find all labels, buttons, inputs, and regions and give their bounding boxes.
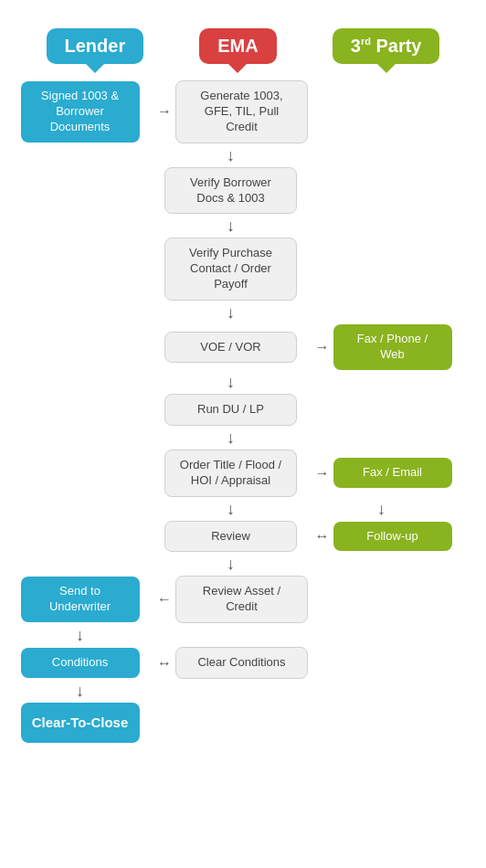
ema-step7-box: Review [164,521,297,553]
ema-step9-box: Clear Conditions [175,647,308,679]
v-arrow-4: ↓ [0,370,486,394]
ema-step3-box: Verify Purchase Contact / Order Payoff [164,238,297,301]
down-arrow-5: ↓ [227,429,235,446]
ema-step5-label: Run DU / LP [197,402,264,416]
v-arrow-8: ↓ [0,623,486,647]
3p-step4-box: Fax / Phone / Web [333,324,452,370]
v-arrow-3: ↓ [0,301,486,324]
step-0-row: Signed 1003 & Borrower Documents → Gener… [0,80,486,143]
lender-start-area: Signed 1003 & Borrower Documents [9,81,151,143]
ema-step8-label: Review Asset / Credit [203,584,280,613]
down-arrow-2: ↓ [227,217,235,234]
ema-step2-label: Verify Borrower Docs & 1003 [190,175,271,205]
step-2-row: Verify Borrower Docs & 1003 [0,167,486,215]
3p-step6-label: Fax / Email [363,465,422,479]
ema-step4-box: VOE / VOR [164,332,297,364]
3p-step4-label: Fax / Phone / Web [357,332,428,361]
ema-step6-label: Order Title / Flood / HOI / Appraisal [180,458,281,487]
ema-to-3p-arrow-step7: ↔ [312,528,333,545]
ema-step3-label: Verify Purchase Contact / Order Payoff [189,246,272,291]
step-6-row: Order Title / Flood / HOI / Appraisal → … [0,450,486,497]
down-arrow-7: ↓ [227,556,235,572]
lender-step8-label: Send to Underwriter [49,584,111,613]
ema-to-3p-arrow-step4: → [312,339,333,355]
third-party-header: 3rd Party [333,28,440,64]
step-10-row: Clear-To-Close [0,703,486,743]
3p-step6-box: Fax / Email [333,458,452,488]
ema-header-label: EMA [217,36,258,56]
ema-step6-box: Order Title / Flood / HOI / Appraisal [164,450,297,497]
ema-to-lender-arrow-step8: ← [153,591,175,608]
ema-step1-row: → Generate 1003, GFE, TIL, Pull Credit [151,80,311,143]
v-arrow-2: ↓ [0,214,486,238]
ema-step8-box: Review Asset / Credit [175,576,308,623]
step-9-row: Conditions ↔ Clear Conditions [0,647,486,679]
v-arrow-5: ↓ [0,426,486,450]
ema-step7-label: Review [211,529,250,543]
lender-header-label: Lender [65,36,126,56]
v-arrow-9: ↓ [0,679,486,703]
ema-to-3p-arrow-step6: → [312,465,333,482]
step-3-row: Verify Purchase Contact / Order Payoff [0,238,486,301]
v-arrow-6: ↓ ↓ [0,497,486,521]
ema-step5-box: Run DU / LP [164,394,297,426]
third-party-header-label: 3rd Party [351,36,422,56]
lender-step10-label: Clear-To-Close [32,715,129,730]
3p-step7-label: Follow-up [366,529,417,543]
lender-step8-box: Send to Underwriter [21,577,140,622]
lender-start-box: Signed 1003 & Borrower Documents [21,81,140,143]
step-8-row: Send to Underwriter ← Review Asset / Cre… [0,576,486,623]
lender-to-ema-arrow-step1: → [153,103,175,120]
lender-ema-arrow-step9: ↔ [153,655,175,672]
down-arrow-8-lender: ↓ [76,627,84,643]
ema-header: EMA [199,28,276,64]
header-row: Lender EMA 3rd Party [0,0,486,64]
down-arrow-6-ema: ↓ [227,501,235,517]
workflow-diagram: Lender EMA 3rd Party Signed 1003 & Borro… [0,0,486,761]
lender-header: Lender [47,28,144,64]
ema-step2-box: Verify Borrower Docs & 1003 [164,167,297,215]
step-4-row: VOE / VOR → Fax / Phone / Web [0,324,486,370]
v-arrow-7: ↓ [0,552,486,576]
lender-step9-box: Conditions [21,648,140,678]
step-7-row: Review ↔ Follow-up [0,521,486,553]
3p-step7-box: Follow-up [333,522,452,552]
ema-step1-box: Generate 1003, GFE, TIL, Pull Credit [175,80,308,143]
ema-step4-label: VOE / VOR [200,340,260,354]
down-arrow-3: ↓ [227,304,235,321]
down-arrow-6-3p: ↓ [377,501,386,517]
v-arrow-1: ↓ [0,143,486,167]
lender-start-label: Signed 1003 & Borrower Documents [41,89,119,133]
down-arrow-1: ↓ [227,147,235,164]
ema-step1-label: Generate 1003, GFE, TIL, Pull Credit [200,89,282,133]
down-arrow-9-lender: ↓ [76,683,84,699]
ema-step9-label: Clear Conditions [197,655,285,669]
down-arrow-4: ↓ [227,374,235,390]
lender-step9-label: Conditions [52,655,108,669]
lender-step10-box: Clear-To-Close [21,703,140,743]
step-5-row: Run DU / LP [0,394,486,426]
